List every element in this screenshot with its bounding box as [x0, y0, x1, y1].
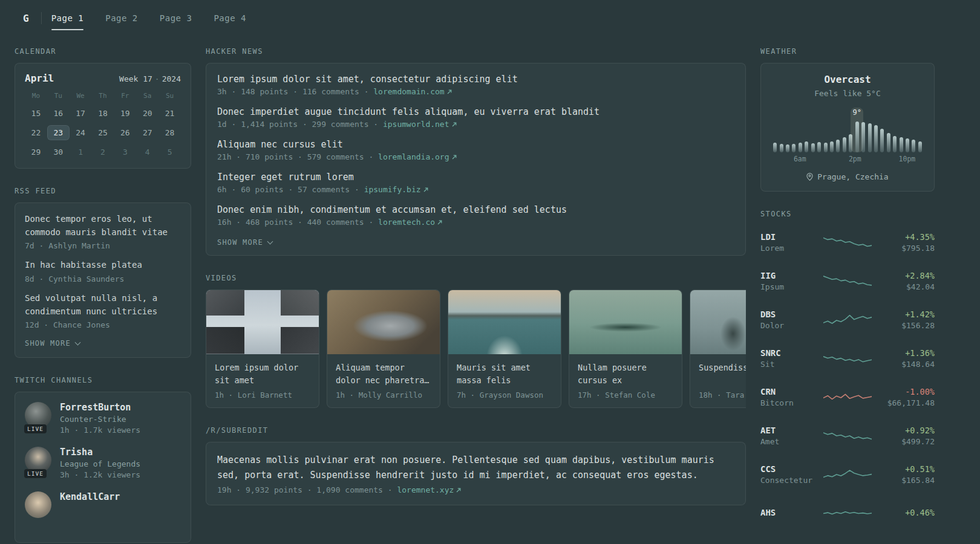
- logo[interactable]: G: [23, 13, 29, 24]
- external-link-icon: [447, 87, 452, 96]
- stock-row: CCSConsectetur +0.51%$165.84: [760, 458, 935, 491]
- stock-ticker: LDI: [760, 232, 823, 242]
- tab-page-3[interactable]: Page 3: [160, 13, 192, 23]
- weather-card: Overcast Feels like 5°C 9° 6am 2pm 10pm …: [760, 63, 935, 192]
- stock-sparkline: [823, 388, 872, 406]
- hackernews-item-title[interactable]: Lorem ipsum dolor sit amet, consectetur …: [217, 74, 734, 85]
- hackernews-card: Lorem ipsum dolor sit amet, consectetur …: [206, 63, 746, 256]
- hackernews-item-stats: 6h · 60 points · 57 comments ·: [217, 185, 359, 194]
- tab-page-1[interactable]: Page 1: [51, 13, 84, 23]
- calendar-dow: Tu: [47, 92, 70, 102]
- weather-bar: [779, 108, 783, 152]
- video-card[interactable]: Lorem ipsum dolor sit amet consectetu… 1…: [206, 290, 319, 408]
- rss-item-title[interactable]: Donec tempor eros leo, ut commodo mauris…: [25, 213, 181, 239]
- channel-game: Counter-Strike: [60, 415, 140, 424]
- video-thumbnail[interactable]: [448, 290, 561, 354]
- calendar-grid: Mo Tu We Th Fr Sa Su 15 16 17 18 19 20 2…: [25, 92, 181, 160]
- calendar-dow: We: [70, 92, 92, 102]
- channel-name[interactable]: ForrestBurton: [60, 402, 140, 413]
- middle-column: HACKER NEWS Lorem ipsum dolor sit amet, …: [206, 47, 746, 523]
- stock-sparkline: [823, 465, 872, 484]
- calendar-day-next-month: 3: [114, 144, 136, 160]
- stock-change: +2.84%: [872, 271, 935, 280]
- video-card[interactable]: Nullam posuere cursus ex 17h · Stefan Co…: [569, 290, 682, 408]
- channel-meta: 3h · 1.2k viewers: [60, 470, 140, 479]
- video-thumbnail[interactable]: [569, 290, 682, 354]
- hackernews-item-meta: 16h · 468 points · 440 comments · loremt…: [217, 218, 734, 227]
- calendar-week-separator: ·: [152, 74, 162, 83]
- video-card[interactable]: Mauris sit amet massa felis 7h · Grayson…: [448, 290, 561, 408]
- stock-row: SNRCSit +1.36%$148.64: [760, 342, 935, 375]
- tab-page-2[interactable]: Page 2: [105, 13, 138, 23]
- rss-show-more-button[interactable]: SHOW MORE: [25, 339, 80, 348]
- hackernews-item-title[interactable]: Donec enim nibh, condimentum et accumsan…: [217, 204, 734, 215]
- stock-sparkline: [823, 311, 872, 329]
- external-link-icon: [423, 185, 428, 194]
- reddit-post-domain[interactable]: loremnet.xyz: [397, 485, 454, 494]
- stock-change: +1.42%: [872, 309, 935, 319]
- video-thumbnail[interactable]: [690, 290, 746, 354]
- twitch-channel[interactable]: KendallCarr: [25, 491, 181, 520]
- dashboard: CALENDAR April Week 17·2024 Mo Tu We Th …: [0, 36, 980, 544]
- video-thumbnail[interactable]: [206, 290, 319, 354]
- weather-bar: [861, 108, 865, 152]
- video-card[interactable]: Aliquam tempor dolor nec pharetra… 1h · …: [327, 290, 440, 408]
- location-pin-icon: [806, 173, 813, 181]
- weather-bar: [899, 108, 903, 152]
- hackernews-item-stats: 16h · 468 points · 440 comments ·: [217, 218, 373, 227]
- video-meta: 1h · Lori Barnett: [215, 390, 310, 400]
- reddit-post-title[interactable]: Maecenas mollis pulvinar erat non posuer…: [217, 453, 734, 483]
- calendar-day: 19: [114, 106, 136, 121]
- weather-bar: [843, 108, 846, 152]
- stock-row: AETAmet +0.92%$499.72: [760, 419, 935, 453]
- hackernews-section-title: HACKER NEWS: [206, 47, 746, 56]
- hackernews-item-domain[interactable]: loremdomain.com: [373, 87, 444, 96]
- calendar-day-next-month: 1: [70, 144, 92, 160]
- reddit-post-stats: 19h · 9,932 points · 1,090 comments ·: [217, 485, 393, 494]
- twitch-widget: TWITCH CHANNELS LIVE ForrestBurton Count…: [15, 376, 191, 543]
- twitch-channel[interactable]: LIVE ForrestBurton Counter-Strike 1h · 1…: [25, 402, 181, 435]
- hackernews-item-domain[interactable]: ipsumify.biz: [364, 185, 421, 194]
- stock-ticker: CCS: [760, 464, 823, 474]
- hackernews-item-title[interactable]: Aliquam nec cursus elit: [217, 139, 734, 150]
- weather-location-text: Prague, Czechia: [817, 172, 888, 181]
- video-thumbnail[interactable]: [327, 290, 440, 354]
- calendar-month: April: [25, 73, 54, 84]
- calendar-dow: Fr: [114, 92, 136, 102]
- video-title[interactable]: Nullam posuere cursus ex: [578, 361, 673, 387]
- hackernews-item-domain[interactable]: loremlandia.org: [378, 152, 449, 161]
- hackernews-item-domain[interactable]: loremtech.co: [378, 218, 435, 227]
- stock-change: +0.92%: [872, 426, 935, 435]
- tab-page-4[interactable]: Page 4: [214, 13, 246, 23]
- hackernews-item-meta: 6h · 60 points · 57 comments · ipsumify.…: [217, 185, 734, 194]
- stock-sparkline: [823, 233, 872, 251]
- video-title[interactable]: Aliquam tempor dolor nec pharetra…: [336, 361, 431, 387]
- video-title[interactable]: Suspendisse diam: [699, 361, 746, 387]
- rss-item-meta: 7d · Ashlyn Martin: [25, 241, 181, 250]
- hackernews-item-domain[interactable]: ipsumworld.net: [383, 120, 449, 129]
- avatar: [25, 491, 51, 520]
- channel-name[interactable]: Trisha: [60, 447, 140, 458]
- stock-change: +0.46%: [872, 508, 935, 517]
- weather-time: 2pm: [849, 155, 861, 163]
- weather-bar: [880, 108, 884, 152]
- calendar-dow: Su: [158, 92, 181, 102]
- video-card[interactable]: Suspendisse diam 18h · Tara: [690, 290, 746, 408]
- subreddit-card: Maecenas mollis pulvinar erat non posuer…: [206, 442, 746, 505]
- rss-item-title[interactable]: In hac habitasse platea: [25, 259, 181, 272]
- rss-item-title[interactable]: Sed volutpat nulla nisl, a condimentum n…: [25, 292, 181, 318]
- live-badge: LIVE: [24, 424, 47, 433]
- hackernews-item-title[interactable]: Integer eget rutrum lorem: [217, 172, 734, 183]
- video-title[interactable]: Lorem ipsum dolor sit amet consectetu…: [215, 361, 310, 387]
- channel-name[interactable]: KendallCarr: [60, 491, 120, 502]
- twitch-channel[interactable]: LIVE Trisha League of Legends 3h · 1.2k …: [25, 447, 181, 479]
- stock-name: Bitcorn: [760, 398, 823, 407]
- hackernews-item-meta: 21h · 710 points · 579 comments · loreml…: [217, 152, 734, 161]
- rss-show-more-label: SHOW MORE: [25, 339, 71, 348]
- weather-bar: [811, 108, 815, 152]
- hackernews-show-more-button[interactable]: SHOW MORE: [217, 238, 272, 247]
- video-meta: 1h · Molly Carrillo: [336, 390, 431, 400]
- video-title[interactable]: Mauris sit amet massa felis: [457, 361, 552, 387]
- hackernews-item-title[interactable]: Donec imperdiet augue tincidunt felis al…: [217, 106, 734, 117]
- stock-change: +4.35%: [872, 232, 935, 242]
